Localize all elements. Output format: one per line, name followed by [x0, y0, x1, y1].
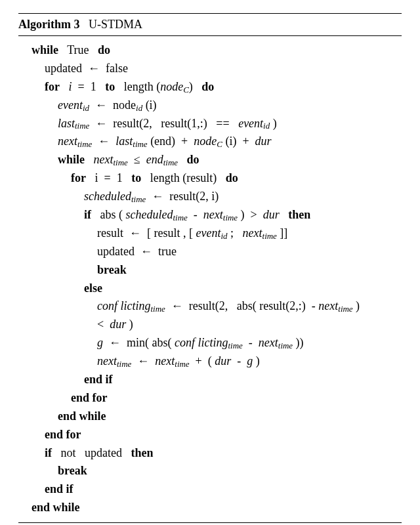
line-if-not-updated: if not updated then [18, 444, 402, 463]
assign-arrow-icon: ← [135, 354, 152, 368]
assign-arrow-icon: ← [93, 117, 110, 130]
line-updated-true: updated ← true [18, 243, 402, 261]
line-endfor-outer: end for [18, 426, 402, 444]
assign-arrow-icon: ← [93, 98, 110, 112]
assign-arrow-icon: ← [127, 226, 144, 240]
algorithm-block: Algorithm 3 U-STDMA while True do update… [0, 0, 420, 525]
line-break-inner: break [18, 261, 402, 280]
line-next-time-init: nexttime ← lasttime (end) + nodeC (i) + … [18, 133, 402, 151]
assign-arrow-icon: ← [106, 336, 124, 349]
line-conflicting-2: < dur ) [18, 316, 402, 334]
line-while-true: while True do [18, 41, 402, 60]
assign-arrow-icon: ← [137, 245, 155, 258]
algorithm-header: Algorithm 3 U-STDMA [18, 16, 402, 33]
algorithm-body: while True do updated ← false for i = 1 … [18, 41, 402, 517]
line-while-next: while nexttime ≤ endtime do [18, 151, 402, 169]
assign-arrow-icon: ← [95, 135, 113, 148]
line-updated-false: updated ← false [18, 60, 402, 78]
line-g: g ← min( abs( conf lictingtime - nexttim… [18, 334, 402, 352]
line-for-inner: for i = 1 to length (result) do [18, 169, 402, 188]
line-conflicting: conf lictingtime ← result(2, abs( result… [18, 297, 402, 316]
line-if: if abs ( scheduledtime - nexttime ) > du… [18, 206, 402, 224]
line-for-outer: for i = 1 to length (nodeC) do [18, 78, 402, 96]
assign-arrow-icon: ← [149, 190, 167, 203]
assign-arrow-icon: ← [168, 299, 186, 312]
line-endwhile-outer: end while [18, 499, 402, 517]
line-next-update: nexttime ← nexttime + ( dur - g ) [18, 352, 402, 371]
line-append: result ← [ result , [ eventid ; nexttime… [18, 224, 402, 243]
bottom-rule [18, 522, 402, 523]
mid-rule [18, 35, 402, 36]
line-else: else [18, 280, 402, 298]
line-endwhile-inner: end while [18, 408, 402, 426]
line-endfor-inner: end for [18, 389, 402, 408]
line-endif-outer: end if [18, 480, 402, 499]
line-break-outer: break [18, 462, 402, 480]
line-endif-inner: end if [18, 371, 402, 389]
line-event-id: eventid ← nodeid (i) [18, 96, 402, 115]
line-last-time: lasttime ← result(2, result(1,:) == even… [18, 115, 402, 133]
assign-arrow-icon: ← [85, 62, 102, 75]
line-scheduled: scheduledtime ← result(2, i) [18, 188, 402, 206]
algorithm-label: Algorithm 3 [18, 18, 80, 31]
algorithm-title: U-STDMA [89, 18, 142, 31]
top-rule [18, 13, 402, 14]
